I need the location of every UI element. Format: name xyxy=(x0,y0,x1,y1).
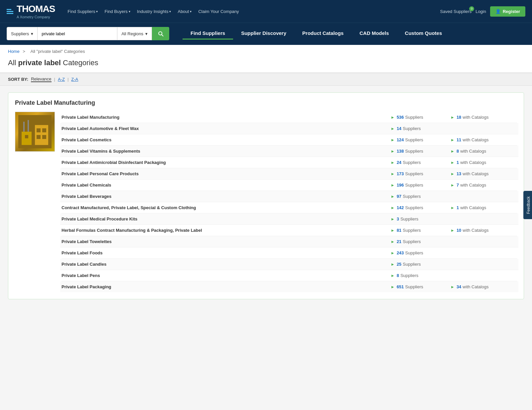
catalog-label: with Catalogs xyxy=(460,205,486,210)
nav-about[interactable]: About ▾ xyxy=(175,8,194,15)
row-name[interactable]: Private Label Pens xyxy=(62,273,391,278)
catalog-info: ► 13 with Catalogs xyxy=(451,171,517,176)
supplier-info: ► 14 Suppliers xyxy=(391,126,451,131)
tab-custom-quotes[interactable]: Custom Quotes xyxy=(397,28,450,40)
search-type-dropdown[interactable]: Suppliers ▾ xyxy=(7,27,38,40)
breadcrumb-home[interactable]: Home xyxy=(8,49,20,54)
logo-bar xyxy=(7,13,13,14)
supplier-label: Suppliers xyxy=(405,183,423,188)
search-input[interactable] xyxy=(38,27,117,40)
list-item[interactable]: Private Label Manufacturing ► 536 Suppli… xyxy=(62,112,517,123)
catalog-info: ► 34 with Catalogs xyxy=(451,284,517,289)
logo-bars-icon xyxy=(7,9,13,14)
supplier-label: Suppliers xyxy=(405,284,423,289)
supplier-label: Suppliers xyxy=(403,228,421,233)
supplier-label: Suppliers xyxy=(405,137,423,142)
search-button[interactable] xyxy=(152,27,169,40)
list-item[interactable]: Private Label Antimicrobial Disinfectant… xyxy=(62,157,517,168)
tab-product-catalogs[interactable]: Product Catalogs xyxy=(294,28,351,40)
row-name[interactable]: Private Label Personal Care Products xyxy=(62,171,391,176)
nav-find-suppliers[interactable]: Find Suppliers ▾ xyxy=(65,8,100,15)
list-item[interactable]: Private Label Candles ► 25 Suppliers xyxy=(60,259,518,270)
sort-za[interactable]: Z-A xyxy=(71,77,78,82)
supplier-count: 651 xyxy=(397,284,404,289)
row-name[interactable]: Private Label Beverages xyxy=(62,194,391,199)
arrow-icon: ► xyxy=(391,126,395,131)
supplier-count: 142 xyxy=(397,205,404,210)
tab-supplier-discovery[interactable]: Supplier Discovery xyxy=(233,28,294,40)
arrow-icon: ► xyxy=(451,205,455,210)
row-name[interactable]: Private Label Foods xyxy=(62,250,391,255)
catalog-info: ► 7 with Catalogs xyxy=(451,183,517,188)
row-name[interactable]: Private Label Antimicrobial Disinfectant… xyxy=(62,160,391,165)
arrow-icon: ► xyxy=(391,217,395,221)
list-item[interactable]: Private Label Packaging ► 651 Suppliers … xyxy=(60,281,518,292)
row-name[interactable]: Private Label Towelettes xyxy=(62,239,391,244)
supplier-info: ► 138 Suppliers xyxy=(391,149,451,154)
list-item[interactable]: Private Label Automotive & Fleet Wax ► 1… xyxy=(60,123,518,134)
logo-bar xyxy=(7,9,11,10)
list-item[interactable]: Contract Manufactured, Private Label, Sp… xyxy=(62,202,517,213)
row-name[interactable]: Private Label Automotive & Fleet Wax xyxy=(62,126,391,131)
row-name[interactable]: Private Label Medical Procedure Kits xyxy=(62,216,391,221)
tab-cad-models[interactable]: CAD Models xyxy=(351,28,397,40)
row-name[interactable]: Private Label Packaging xyxy=(62,284,391,289)
supplier-label: Suppliers xyxy=(403,160,421,165)
login-link[interactable]: Login xyxy=(475,9,486,14)
list-item[interactable]: Private Label Beverages ► 97 Suppliers xyxy=(60,191,518,202)
nav-claim-company[interactable]: Claim Your Company xyxy=(196,8,241,15)
register-button[interactable]: 👤 Register xyxy=(490,6,525,17)
nav-industry-insights[interactable]: Industry Insights ▾ xyxy=(134,8,174,15)
category-image-placeholder xyxy=(15,112,55,152)
region-dropdown[interactable]: All Regions ▾ xyxy=(117,27,152,40)
svg-rect-9 xyxy=(28,120,29,132)
saved-suppliers-link[interactable]: Saved Suppliers 0 xyxy=(440,9,471,14)
list-item[interactable]: Herbal Formulas Contract Manufacturing &… xyxy=(62,225,517,236)
sort-sep: | xyxy=(67,77,68,82)
supplier-label: Suppliers xyxy=(405,171,423,176)
row-name[interactable]: Private Label Chemicals xyxy=(62,183,391,188)
catalog-count: 18 xyxy=(457,115,461,120)
supplier-info: ► 81 Suppliers xyxy=(391,228,451,233)
logo-area: THOMAS A Xometry Company xyxy=(7,4,55,19)
feedback-button[interactable]: Feedback xyxy=(524,191,532,219)
list-item[interactable]: Private Label Towelettes ► 21 Suppliers xyxy=(60,236,518,247)
list-item[interactable]: Private Label Medical Procedure Kits ► 3… xyxy=(60,213,518,225)
row-name[interactable]: Contract Manufactured, Private Label, Sp… xyxy=(62,205,391,210)
arrow-icon: ► xyxy=(451,115,455,120)
list-item[interactable]: Private Label Foods ► 243 Suppliers xyxy=(62,247,517,259)
arrow-icon: ► xyxy=(451,138,455,142)
list-item[interactable]: Private Label Vitamins & Supplements ► 1… xyxy=(60,146,518,157)
row-name[interactable]: Private Label Vitamins & Supplements xyxy=(62,149,391,154)
sort-az[interactable]: A-Z xyxy=(58,77,65,82)
row-name[interactable]: Private Label Cosmetics xyxy=(62,137,391,142)
supplier-label: Suppliers xyxy=(403,194,421,199)
nav-find-buyers[interactable]: Find Buyers ▾ xyxy=(102,8,133,15)
svg-rect-6 xyxy=(37,135,41,139)
chevron-down-icon: ▾ xyxy=(145,31,148,36)
search-row: Suppliers ▾ All Regions ▾ Find Suppliers… xyxy=(7,27,525,40)
chevron-down-icon: ▾ xyxy=(129,10,130,13)
supplier-count: 3 xyxy=(397,216,399,221)
arrow-icon: ► xyxy=(391,172,395,176)
arrow-icon: ► xyxy=(391,149,395,154)
arrow-icon: ► xyxy=(391,160,395,165)
supplier-count: 25 xyxy=(397,262,401,267)
svg-rect-4 xyxy=(37,128,41,132)
list-item[interactable]: Private Label Chemicals ► 196 Suppliers … xyxy=(62,180,517,191)
row-name[interactable]: Herbal Formulas Contract Manufacturing &… xyxy=(62,228,391,233)
supplier-info: ► 651 Suppliers xyxy=(391,284,451,289)
breadcrumb: Home > All "private label" Categories xyxy=(0,45,532,56)
list-item[interactable]: Private Label Personal Care Products ► 1… xyxy=(60,168,518,180)
tab-find-suppliers[interactable]: Find Suppliers xyxy=(183,28,233,40)
row-name[interactable]: Private Label Manufacturing xyxy=(62,115,391,120)
list-item[interactable]: Private Label Cosmetics ► 124 Suppliers … xyxy=(62,134,517,146)
arrow-icon: ► xyxy=(391,194,395,199)
sort-relevance[interactable]: Relevance xyxy=(31,76,51,82)
sort-sep: | xyxy=(54,77,55,82)
list-item[interactable]: Private Label Pens ► 8 Suppliers xyxy=(62,270,517,281)
catalog-count: 34 xyxy=(457,284,461,289)
svg-rect-8 xyxy=(23,122,25,132)
row-name[interactable]: Private Label Candles xyxy=(62,262,391,267)
arrow-icon: ► xyxy=(391,251,395,255)
